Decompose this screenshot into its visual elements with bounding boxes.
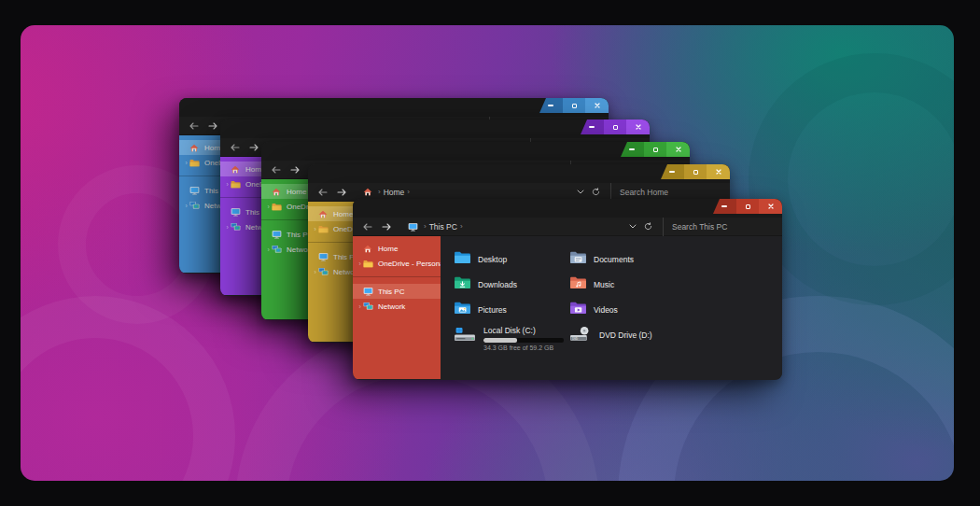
back-button[interactable] xyxy=(229,141,242,154)
monitor-icon xyxy=(231,207,242,217)
refresh-button[interactable] xyxy=(588,186,603,199)
file-item-music[interactable]: Music xyxy=(569,272,728,297)
forward-arrow-icon xyxy=(337,189,346,196)
monitor-icon xyxy=(272,230,283,239)
network-icon xyxy=(272,245,283,254)
desktop-folder-icon xyxy=(454,250,471,268)
sidebar-item-thispc[interactable]: This PC xyxy=(353,284,441,299)
content-area: Desktop Downloads Pictures Local Disk (C… xyxy=(441,236,782,379)
minimize-button[interactable] xyxy=(661,164,684,179)
file-item-local-disk[interactable]: Local Disk (C:) 34.3 GB free of 59.2 GB xyxy=(454,322,569,361)
close-button[interactable] xyxy=(707,164,730,179)
file-item-label: Desktop xyxy=(478,255,507,264)
expander-icon[interactable]: › xyxy=(312,226,318,232)
close-button[interactable] xyxy=(759,199,782,214)
disk-free-space-text: 34.3 GB free of 59.2 GB xyxy=(483,344,564,351)
forward-button[interactable] xyxy=(206,119,219,133)
maximize-button[interactable] xyxy=(644,142,667,157)
expander-icon[interactable]: › xyxy=(265,246,272,253)
back-arrow-icon xyxy=(318,189,328,196)
titlebar[interactable] xyxy=(261,142,690,161)
minimize-button[interactable] xyxy=(581,119,604,134)
address-dropdown-button[interactable] xyxy=(573,186,588,199)
file-item-label: Videos xyxy=(594,305,618,315)
forward-button[interactable] xyxy=(335,186,348,199)
expander-icon[interactable]: › xyxy=(357,303,363,310)
titlebar[interactable] xyxy=(220,119,650,138)
file-item-label: Pictures xyxy=(478,305,507,315)
file-item-documents[interactable]: Documents xyxy=(569,246,728,272)
back-button[interactable] xyxy=(270,163,283,176)
refresh-button[interactable] xyxy=(640,220,655,233)
address-dropdown-button[interactable] xyxy=(625,220,640,233)
forward-button[interactable] xyxy=(380,220,393,233)
titlebar[interactable] xyxy=(308,164,730,183)
sidebar-item-label: Home xyxy=(333,210,353,218)
sidebar-item-label: Network xyxy=(378,302,405,311)
maximize-button[interactable] xyxy=(563,98,586,113)
minimize-button[interactable] xyxy=(713,199,736,214)
close-button[interactable] xyxy=(585,98,609,113)
file-item-label: Downloads xyxy=(478,280,517,289)
minimize-button[interactable] xyxy=(539,98,563,113)
expander-icon[interactable]: › xyxy=(224,224,231,231)
sidebar-separator xyxy=(353,276,441,277)
breadcrumb-location[interactable]: Home xyxy=(384,188,405,197)
file-item-label: Documents xyxy=(594,255,634,264)
sidebar-item-network[interactable]: ›Network xyxy=(353,299,441,314)
titlebar[interactable] xyxy=(353,199,782,218)
toolbar: › This PC › xyxy=(353,218,782,236)
window-body: Home ›OneDrive - Personal This PC ›Netwo… xyxy=(353,236,782,379)
sidebar-item-label: Home xyxy=(287,188,306,196)
maximize-button[interactable] xyxy=(736,199,760,214)
forward-arrow-icon xyxy=(382,223,391,231)
window-controls xyxy=(581,119,650,134)
back-button[interactable] xyxy=(316,186,329,199)
minimize-icon xyxy=(721,205,727,207)
file-item-dvd-drive[interactable]: DVD DVD Drive (D:) xyxy=(569,322,728,361)
back-arrow-icon xyxy=(189,122,199,130)
file-item-pictures[interactable]: Pictures xyxy=(454,297,569,322)
close-button[interactable] xyxy=(626,119,650,134)
expander-icon[interactable]: › xyxy=(224,181,231,188)
breadcrumb-location[interactable]: This PC xyxy=(429,222,457,232)
forward-button[interactable] xyxy=(288,163,301,176)
refresh-icon xyxy=(644,222,652,231)
maximize-button[interactable] xyxy=(604,119,627,134)
expander-icon[interactable]: › xyxy=(183,160,189,166)
close-icon xyxy=(636,124,641,130)
search-input[interactable] xyxy=(672,222,782,232)
folder-icon xyxy=(231,180,242,189)
file-item-downloads[interactable]: Downloads xyxy=(454,272,569,297)
back-button[interactable] xyxy=(361,220,374,233)
home-icon xyxy=(363,245,374,253)
expander-icon[interactable]: › xyxy=(357,260,363,267)
forward-button[interactable] xyxy=(247,141,260,154)
back-button[interactable] xyxy=(188,119,201,133)
minimize-button[interactable] xyxy=(621,142,644,157)
sidebar-item-onedrive[interactable]: ›OneDrive - Personal xyxy=(353,256,441,271)
monitor-icon xyxy=(363,287,374,296)
expander-icon[interactable]: › xyxy=(183,203,189,209)
drive-label: Local Disk (C:) xyxy=(483,326,564,335)
expander-icon[interactable]: › xyxy=(265,204,272,210)
close-button[interactable] xyxy=(666,142,690,157)
titlebar[interactable] xyxy=(179,98,609,117)
maximize-button[interactable] xyxy=(684,164,707,179)
downloads-folder-icon xyxy=(454,275,471,293)
window-controls xyxy=(713,199,782,214)
file-grid: Desktop Downloads Pictures Local Disk (C… xyxy=(441,236,782,361)
sidebar-item-home[interactable]: Home xyxy=(353,241,441,256)
file-item-desktop[interactable]: Desktop xyxy=(454,246,569,272)
file-item-videos[interactable]: Videos xyxy=(569,297,728,322)
monitor-icon xyxy=(189,186,201,195)
sidebar-item-label: This PC xyxy=(378,288,404,296)
search-input[interactable] xyxy=(620,188,730,197)
this-pc-location-icon xyxy=(408,222,418,232)
sidebar-item-label: Home xyxy=(378,245,398,253)
chevron-down-icon xyxy=(577,190,584,194)
expander-icon[interactable]: › xyxy=(312,269,318,275)
videos-folder-icon xyxy=(569,301,587,318)
disk-usage-fill xyxy=(483,338,517,343)
maximize-icon xyxy=(572,104,577,108)
